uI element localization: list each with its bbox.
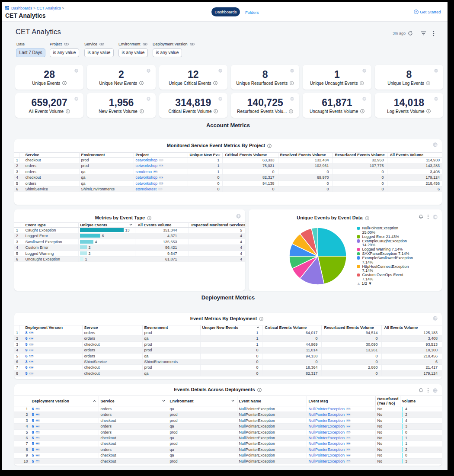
svg-text:?: ? (415, 10, 417, 13)
